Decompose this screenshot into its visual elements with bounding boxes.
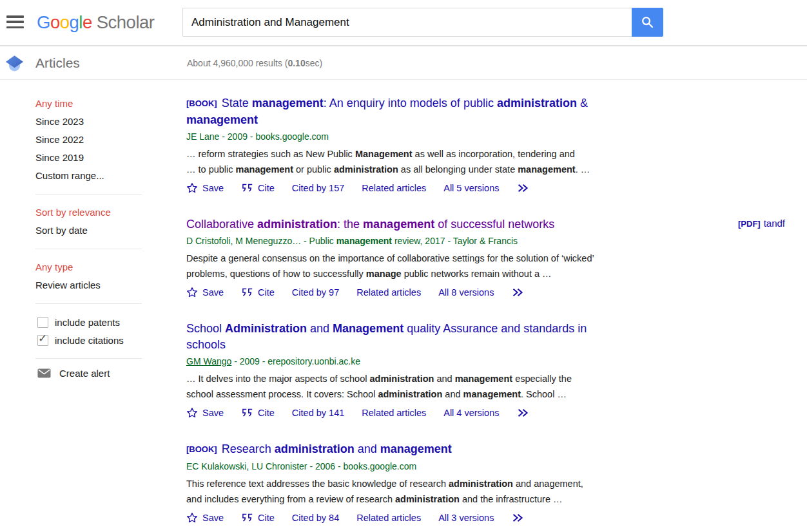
all-versions-link[interactable]: All 5 versions (443, 183, 499, 193)
search-result: Collaborative administration: the manage… (186, 216, 665, 299)
all-versions-link[interactable]: All 4 versions (443, 408, 499, 418)
sidebar-item-since-2022[interactable]: Since 2022 (35, 131, 142, 149)
cited-by-link[interactable]: Cited by 141 (292, 408, 344, 418)
all-versions-link[interactable]: All 3 versions (438, 513, 494, 523)
double-quote-icon (241, 183, 253, 193)
save-button[interactable]: Save (186, 512, 224, 524)
sidebar-item-any-time[interactable]: Any time (35, 95, 142, 113)
result-snippet-line: problems, questions of how to successful… (186, 266, 665, 281)
save-button[interactable]: Save (186, 407, 224, 419)
result-type-tag: [BOOK] (186, 99, 217, 108)
pdf-tag: [PDF] (738, 219, 761, 229)
filters-sidebar: Any timeSince 2023Since 2022Since 2019Cu… (35, 95, 142, 379)
cite-button[interactable]: Cite (241, 287, 275, 298)
result-byline: EC Kulakowski, LU Chronister - 2006 - bo… (186, 460, 665, 473)
result-snippet: … reform strategies such as New Public M… (186, 146, 665, 177)
cite-button[interactable]: Cite (241, 408, 275, 418)
more-button[interactable] (511, 512, 524, 524)
fulltext-link[interactable]: [PDF]tandf (738, 218, 785, 229)
related-articles-link[interactable]: Related articles (356, 287, 421, 298)
double-quote-icon (241, 287, 253, 298)
logo-letter: e (83, 12, 92, 32)
search-input[interactable] (182, 8, 632, 37)
result-title: Collaborative administration: the manage… (186, 216, 665, 233)
result-title: [BOOK]State management: An enquiry into … (186, 95, 665, 128)
results-list: [BOOK]State management: An enquiry into … (186, 95, 665, 532)
double-chevron-icon (516, 182, 529, 194)
save-label: Save (202, 513, 224, 523)
scholar-cap-icon (5, 53, 24, 73)
cite-label: Cite (258, 287, 275, 298)
more-button[interactable] (516, 407, 529, 419)
checkbox-label: include citations (55, 335, 124, 346)
sidebar-item-review-articles[interactable]: Review articles (35, 276, 142, 294)
hamburger-icon (6, 15, 24, 18)
cited-by-link[interactable]: Cited by 97 (292, 287, 339, 298)
cited-by-link[interactable]: Cited by 157 (292, 183, 344, 193)
logo-letter: o (50, 12, 60, 32)
double-quote-icon (241, 513, 253, 523)
result-title-link[interactable]: State management: An enquiry into models… (186, 97, 588, 126)
tab-articles[interactable]: Articles (35, 46, 80, 79)
related-articles-link[interactable]: Related articles (356, 513, 421, 523)
search-button[interactable] (632, 8, 663, 37)
hamburger-menu-button[interactable] (6, 15, 24, 28)
sidebar-item-any-type[interactable]: Any type (35, 258, 142, 276)
sidebar-item-since-2023[interactable]: Since 2023 (35, 113, 142, 131)
result-actions: SaveCiteCited by 157Related articlesAll … (186, 182, 665, 195)
cite-button[interactable]: Cite (241, 513, 275, 523)
subheader: Articles About 4,960,000 results ( 0.10 … (0, 46, 807, 80)
save-button[interactable]: Save (186, 287, 224, 298)
checkbox-label: include patents (55, 317, 120, 328)
logo-letter: G (37, 12, 50, 32)
result-snippet-line: and includes everything from a review of… (186, 491, 665, 507)
search-result: School Administration and Management qua… (186, 321, 665, 419)
related-articles-link[interactable]: Related articles (362, 408, 426, 418)
google-logo-text: Google (37, 12, 92, 33)
hamburger-icon (6, 21, 24, 23)
result-title-link[interactable]: School Administration and Management qua… (186, 322, 587, 351)
result-title-link[interactable]: Research administration and management (222, 442, 452, 455)
result-snippet-line: school assessment process. It covers: Sc… (186, 386, 665, 402)
all-versions-link[interactable]: All 8 versions (438, 287, 494, 298)
logo-letter: g (69, 12, 79, 32)
sidebar-item-since-2019[interactable]: Since 2019 (35, 149, 142, 167)
sidebar-item-sort-by-date[interactable]: Sort by date (35, 222, 142, 240)
results-stats: About 4,960,000 results ( 0.10 sec) (187, 46, 322, 79)
more-button[interactable] (516, 182, 529, 194)
result-byline: GM Wango - 2009 - erepository.uonbi.ac.k… (186, 355, 665, 368)
sidebar-item-custom-range[interactable]: Custom range... (35, 167, 142, 185)
sidebar-divider (35, 249, 142, 249)
result-snippet: … It delves into the major aspects of sc… (186, 371, 665, 402)
double-chevron-icon (511, 287, 524, 298)
create-alert-button[interactable]: Create alert (35, 368, 142, 379)
result-actions: SaveCiteCited by 97Related articlesAll 8… (186, 286, 665, 299)
star-icon (186, 182, 198, 194)
cited-by-link[interactable]: Cited by 84 (292, 513, 339, 523)
double-chevron-icon (516, 407, 529, 419)
cite-label: Cite (258, 408, 275, 418)
checkbox-include-patents[interactable]: include patents (35, 313, 142, 331)
save-button[interactable]: Save (186, 182, 224, 194)
more-button[interactable] (511, 287, 524, 298)
google-scholar-logo[interactable]: Google Scholar (37, 0, 154, 45)
result-snippet: Despite a general consensus on the impor… (186, 251, 665, 281)
result-actions: SaveCiteCited by 141Related articlesAll … (186, 406, 665, 419)
checkbox-include-citations[interactable]: ✓include citations (35, 331, 142, 349)
result-actions: SaveCiteCited by 84Related articlesAll 3… (186, 511, 665, 524)
create-alert-label: Create alert (59, 368, 110, 379)
result-byline: JE Lane - 2009 - books.google.com (186, 130, 665, 144)
sidebar-divider (35, 303, 142, 304)
search-icon (641, 15, 654, 29)
result-snippet-line: This reference text addresses the basic … (186, 476, 665, 491)
cite-button[interactable]: Cite (241, 183, 275, 193)
sidebar-item-sort-by-relevance[interactable]: Sort by relevance (35, 204, 142, 222)
checkbox-box (37, 317, 48, 328)
checkbox-box: ✓ (37, 335, 48, 346)
star-icon (186, 287, 198, 298)
result-title-link[interactable]: Collaborative administration: the manage… (186, 218, 554, 231)
search-result: [BOOK]State management: An enquiry into … (186, 95, 665, 195)
result-byline: D Cristofoli, M Meneguzzo… - Public mana… (186, 234, 665, 248)
header: Google Scholar (0, 0, 807, 46)
related-articles-link[interactable]: Related articles (362, 183, 426, 193)
